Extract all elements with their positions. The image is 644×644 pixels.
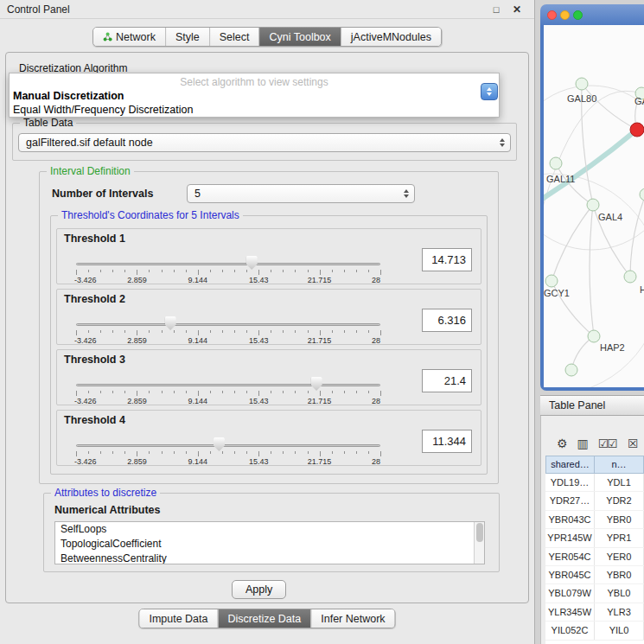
numerical-attributes-list[interactable]: SelfLoopsTopologicalCoefficientBetweenne… [54, 521, 485, 564]
thresholds-section-label: Threshold's Coordinates for 5 Intervals [58, 209, 243, 221]
list-scrollbar[interactable] [474, 522, 484, 564]
slider-track[interactable] [76, 384, 380, 386]
slider-ticks [76, 270, 380, 276]
threshold-value-field[interactable]: 21.4 [422, 369, 472, 392]
float-window-icon[interactable]: □ [489, 3, 503, 16]
algorithm-combo-arrows[interactable] [481, 83, 498, 100]
table-row[interactable]: YER054CYER0 [545, 548, 644, 566]
table-row[interactable]: YBR043CYBR0 [545, 511, 644, 529]
table-row[interactable]: YIL052CYIL0 [545, 622, 644, 640]
attribute-item[interactable]: TopologicalCoefficient [55, 537, 484, 552]
tab-style[interactable]: Style [165, 28, 209, 46]
slider-thumb[interactable] [311, 377, 322, 391]
window-close-icon[interactable] [547, 10, 557, 20]
column-header[interactable]: shared… [545, 456, 595, 474]
table-cell: YBR043C [545, 511, 595, 528]
apply-button[interactable]: Apply [232, 580, 286, 599]
node-table: shared…n… YDL19…YDL1YDR27…YDR2YBR043CYBR… [545, 456, 644, 644]
slider-thumb[interactable] [165, 316, 176, 330]
threshold-slider[interactable]: -3.4262.8599.14415.4321.71528 [76, 252, 380, 284]
scrollbar-thumb[interactable] [476, 523, 483, 542]
table-row[interactable]: YLR345WYLR3 [545, 603, 644, 622]
slider-scale-label: 9.144 [188, 397, 208, 405]
threshold-slider[interactable]: -3.4262.8599.14415.4321.71528 [76, 433, 380, 466]
tab-cyni-toolbox[interactable]: Cyni Toolbox [258, 28, 340, 46]
thresholds-container: Threshold 1 -3.4262.8599.14415.4321.7152… [56, 228, 481, 470]
table-row[interactable]: YBL079WYBL0 [545, 584, 644, 603]
slider-scale-label: 15.43 [249, 457, 269, 466]
slider-scale-label: -3.426 [74, 276, 97, 284]
threshold-slider[interactable]: -3.4262.8599.14415.4321.71528 [76, 312, 380, 345]
tab-network[interactable]: Network [93, 28, 165, 46]
clear-columns-icon[interactable]: ☒ [628, 437, 637, 450]
slider-thumb[interactable] [214, 437, 225, 451]
threshold-value-field[interactable]: 14.713 [422, 248, 472, 271]
network-canvas[interactable]: GAL80GAGAL11GAL4GCY1HHAP2 [544, 25, 644, 387]
select-all-columns-icon[interactable]: ☑☑ [598, 437, 616, 450]
tab-select[interactable]: Select [209, 28, 259, 46]
columns-icon[interactable]: ▥ [577, 437, 587, 450]
tab-discretize-data[interactable]: Discretize Data [218, 609, 311, 628]
number-of-intervals-combo[interactable]: 5 [187, 184, 415, 203]
table-cell: YBR045C [545, 566, 595, 583]
slider-thumb[interactable] [246, 256, 258, 270]
threshold-panel: Threshold 4 -3.4262.8599.14415.4321.7152… [56, 410, 481, 466]
tab-label: Infer Network [321, 613, 385, 625]
threshold-panel: Threshold 1 -3.4262.8599.14415.4321.7152… [56, 228, 481, 284]
close-icon[interactable]: ✕ [510, 3, 524, 16]
table-row[interactable]: YDL19…YDL1 [545, 474, 644, 492]
threshold-slider[interactable]: -3.4262.8599.14415.4321.71528 [76, 373, 380, 405]
window-minimize-icon[interactable] [560, 10, 570, 20]
table-cell: YDR27… [545, 492, 595, 509]
algorithm-dropdown-popup: Select algorithm to view settings Manual… [9, 73, 500, 118]
table-cell: YER054C [545, 548, 595, 565]
network-view-window: GAL80GAGAL11GAL4GCY1HHAP2 [540, 4, 644, 391]
threshold-value-field[interactable]: 6.316 [422, 309, 472, 332]
attribute-item[interactable]: BetweennessCentrality [55, 552, 484, 564]
table-data-combo[interactable]: galFiltered.sif default node [18, 133, 511, 152]
threshold-value-field[interactable]: 11.344 [422, 430, 472, 453]
network-node[interactable] [576, 78, 588, 90]
algorithm-option[interactable]: Equal Width/Frequency Discretization [10, 103, 499, 117]
network-edge[interactable] [590, 205, 594, 336]
gear-icon[interactable]: ⚙ [557, 437, 566, 450]
attributes-section-label: Attributes to discretize [51, 487, 160, 499]
table-row[interactable]: YPR145WYPR1 [545, 529, 644, 547]
attribute-item[interactable]: SelfLoops [55, 522, 484, 537]
tab-jactivemnodules[interactable]: jActiveMNodules [341, 28, 441, 46]
table-cell: YPR1 [595, 529, 644, 546]
slider-scale-label: -3.426 [74, 397, 97, 405]
table-data-section-label: Table Data [20, 117, 76, 129]
tab-impute-data[interactable]: Impute Data [139, 609, 217, 628]
network-icon [103, 32, 112, 41]
table-row[interactable]: YBR045CYBR0 [545, 566, 644, 584]
slider-scale-labels: -3.4262.8599.14415.4321.71528 [76, 276, 380, 284]
tab-label: jActiveMNodules [351, 31, 431, 43]
network-node[interactable] [588, 330, 600, 342]
slider-ticks [76, 391, 380, 397]
slider-scale-label: 21.715 [308, 397, 332, 405]
slider-track[interactable] [76, 323, 380, 326]
table-row[interactable]: YDR27…YDR2 [545, 492, 644, 510]
table-cell: YDR2 [595, 492, 644, 509]
network-node[interactable] [640, 188, 644, 201]
threshold-panel: Threshold 2 -3.4262.8599.14415.4321.7152… [56, 289, 481, 345]
slider-track[interactable] [76, 263, 380, 265]
window-zoom-icon[interactable] [573, 10, 583, 20]
network-node[interactable] [550, 157, 562, 169]
network-node[interactable] [545, 275, 558, 287]
tab-infer-network[interactable]: Infer Network [310, 609, 394, 628]
column-header[interactable]: n… [595, 456, 644, 474]
table-cell: YER0 [595, 548, 644, 565]
slider-scale-label: 9.144 [188, 457, 208, 466]
node-label: GAL11 [546, 174, 575, 184]
slider-track[interactable] [76, 444, 380, 447]
network-node[interactable] [587, 199, 599, 211]
table-cell: YIL0 [595, 622, 644, 639]
control-panel-titlebar: Control Panel □ ✕ [0, 0, 534, 19]
selected-node[interactable] [630, 123, 644, 137]
algorithm-option[interactable]: Manual Discretization [10, 89, 499, 103]
network-node[interactable] [565, 364, 577, 376]
network-node[interactable] [624, 271, 636, 283]
table-cell: YLR345W [545, 603, 595, 621]
